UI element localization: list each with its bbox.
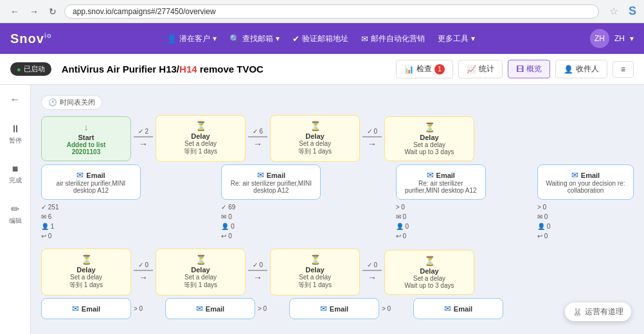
delay-sublabel-1: Set a delay (164, 140, 237, 147)
recipients-button[interactable]: 👤 收件人 (555, 60, 607, 78)
connector2-check1: ✓ 0 (138, 261, 148, 268)
email-label-1: Email (86, 171, 105, 179)
delay2-card-4[interactable]: ⏳ Delay Set a delay Wait up to 3 days (384, 250, 474, 295)
back-icon: ← (10, 94, 21, 105)
arrow2-right1: → (139, 272, 148, 283)
check-button[interactable]: 📊 检查 1 (396, 60, 453, 78)
delay2-card-2[interactable]: ⏳ Delay Set a delay 等到 1 days (156, 249, 246, 295)
email-card-1[interactable]: ✉ Email air sterilizer purifier,MINI des… (41, 164, 141, 200)
campaign-flow: ↓ Start Added to list 20201103 ✓ 2 → ⏳ (41, 115, 634, 334)
stats-button[interactable]: 📈 统计 (458, 60, 503, 78)
check-badge: 1 (434, 64, 445, 75)
delay2-card-1[interactable]: ⏳ Delay Set a delay 等到 1 days (41, 249, 131, 295)
delay2-label-2: Delay (164, 266, 237, 274)
email-sublabel-2: Re: air sterilizer purifier,MINI desktop… (229, 180, 312, 194)
sidebar-complete[interactable]: ■ 完成 (9, 159, 22, 189)
avatar-area: ZH ZH ▾ (590, 29, 634, 48)
delay2-sublabel-3: Set a delay (278, 274, 352, 281)
back-button[interactable]: ← (8, 5, 22, 18)
email2-card-2[interactable]: ✉ Email (165, 298, 255, 319)
delay2-node-2: ⏳ Delay Set a delay 等到 1 days (156, 249, 246, 295)
email2-icon-2: ✉ (196, 304, 203, 313)
connector-check3: ✓ 0 (367, 128, 377, 135)
hourglass-icon-1: ⏳ (164, 121, 237, 131)
nav-email-auto[interactable]: ✉ 邮件自动化营销 (361, 33, 425, 44)
email-stats-2: ✓ 69 ✉ 0 👤 0 ↩ 0 (221, 202, 321, 241)
time-badge: 🕐 时间表关闭 (41, 95, 102, 110)
email-stats-3: > 0 ✉ 0 👤 0 ↩ 0 (396, 202, 486, 241)
email-sublabel-3: Re: air sterilizer purifier,MINI desktop… (404, 180, 478, 194)
watermark: 🐰 运营有道理 (565, 303, 631, 321)
email-node-4-wrap: ✉ Email Waiting on your decision re: col… (537, 164, 634, 241)
delay2-node-1: ⏳ Delay Set a delay 等到 1 days (41, 249, 131, 295)
email2-icon-4: ✉ (444, 304, 451, 313)
email2-card-4[interactable]: ✉ Email (413, 298, 503, 319)
start-node: ↓ Start Added to list 20201103 (41, 116, 131, 161)
nav-more-label: 更多工具 (438, 33, 469, 44)
start-sublabel: Added to list (49, 141, 123, 148)
edit-label: 编辑 (9, 216, 22, 225)
sidebar-edit[interactable]: ✏ 编辑 (9, 199, 22, 229)
recipients-icon: 👤 (564, 65, 573, 74)
email2-label-1: Email (82, 305, 100, 313)
avatar[interactable]: ZH (590, 29, 609, 48)
email-card-2[interactable]: ✉ Email Re: air sterilizer purifier,MINI… (221, 164, 321, 200)
delay-detail-3: Wait up to 3 days (393, 148, 466, 155)
delay2-node-3: ⏳ Delay Set a delay 等到 1 days (270, 249, 360, 295)
delay-card-2[interactable]: ⏳ Delay Set a delay 等到 1 days (270, 115, 360, 162)
hourglass2-icon-1: ⏳ (49, 254, 123, 265)
title-part2: remove TVOC (197, 64, 264, 75)
email2-label-3: Email (330, 305, 348, 313)
email2-card-3[interactable]: ✉ Email (289, 298, 379, 319)
email-card-4[interactable]: ✉ Email Waiting on your decision re: col… (537, 164, 634, 200)
app-header: Snovio 👤 潜在客户 ▾ 🔍 查找邮箱 ▾ ✔ 验证邮箱地址 ✉ 邮件自动… (0, 23, 644, 54)
person-stat-icon: 👤 (41, 223, 49, 230)
delay-node-1: ⏳ Delay Set a delay 等到 1 days (156, 115, 246, 162)
sidebar-pause[interactable]: ⏸ 暂停 (9, 119, 22, 149)
delay-card-3[interactable]: ⏳ Delay Set a delay Wait up to 3 days (384, 116, 474, 161)
overview-label: 概览 (526, 64, 542, 75)
nav-prospects[interactable]: 👤 潜在客户 ▾ (166, 33, 217, 44)
delay2-sublabel-2: Set a delay (164, 274, 237, 281)
nav-find-label: 查找邮箱 (242, 33, 273, 44)
refresh-button[interactable]: ↻ (46, 5, 59, 18)
delay-detail-1: 等到 1 days (164, 147, 237, 156)
email2-card-1[interactable]: ✉ Email (41, 298, 131, 319)
start-card[interactable]: ↓ Start Added to list 20201103 (41, 116, 131, 161)
sidebar-back[interactable]: ← (10, 90, 21, 109)
forward-button[interactable]: → (27, 5, 41, 18)
delay-card-1[interactable]: ⏳ Delay Set a delay 等到 1 days (156, 115, 246, 162)
email2-label-4: Email (454, 305, 472, 313)
verify-icon: ✔ (292, 34, 300, 44)
email-card-3[interactable]: ✉ Email Re: air sterilizer purifier,MINI… (396, 164, 486, 200)
overview-button[interactable]: 🎞 概览 (508, 60, 550, 78)
more-button[interactable]: ≡ (613, 61, 634, 78)
delay2-node-4: ⏳ Delay Set a delay Wait up to 3 days (384, 250, 474, 295)
email2-icon-1: ✉ (72, 304, 79, 313)
check-icon: 📊 (404, 65, 414, 74)
nav-verify[interactable]: ✔ 验证邮箱地址 (292, 33, 348, 44)
nav-find-email[interactable]: 🔍 查找邮箱 ▾ (229, 33, 280, 44)
delay2-detail-4: Wait up to 3 days (393, 282, 466, 289)
nav-email-auto-label: 邮件自动化营销 (371, 33, 425, 44)
mail-stat-icon: ✉ (41, 213, 46, 220)
reply-stat3-icon: ↩ (396, 233, 401, 240)
watermark-text: 运营有道理 (585, 306, 623, 317)
person-stat2-icon: 👤 (221, 223, 229, 230)
complete-label: 完成 (9, 176, 22, 185)
start-label: Start (49, 134, 123, 141)
email-icon-1: ✉ (76, 170, 84, 180)
nav-more-tools[interactable]: 更多工具 ▾ (438, 33, 475, 44)
hourglass2-icon-4: ⏳ (393, 256, 466, 266)
check-stat-icon: ✓ (41, 204, 46, 211)
campaign-header: ● 已启动 AntiVirus Air Purifier H13/H14 rem… (0, 54, 644, 85)
nav-items: 👤 潜在客户 ▾ 🔍 查找邮箱 ▾ ✔ 验证邮箱地址 ✉ 邮件自动化营销 更多工… (67, 33, 575, 44)
url-bar[interactable] (64, 4, 599, 19)
title-h14: H14 (179, 64, 197, 75)
email-label-4: Email (581, 171, 600, 179)
bookmark-icon[interactable]: ☆ (609, 5, 618, 17)
delay2-card-3[interactable]: ⏳ Delay Set a delay 等到 1 days (270, 249, 360, 295)
flow-canvas[interactable]: 🕐 时间表关闭 ↓ Start Added to list 20201103 (31, 85, 644, 334)
search-icon: 🔍 (229, 34, 240, 44)
reply-stat2-icon: ↩ (221, 233, 226, 240)
